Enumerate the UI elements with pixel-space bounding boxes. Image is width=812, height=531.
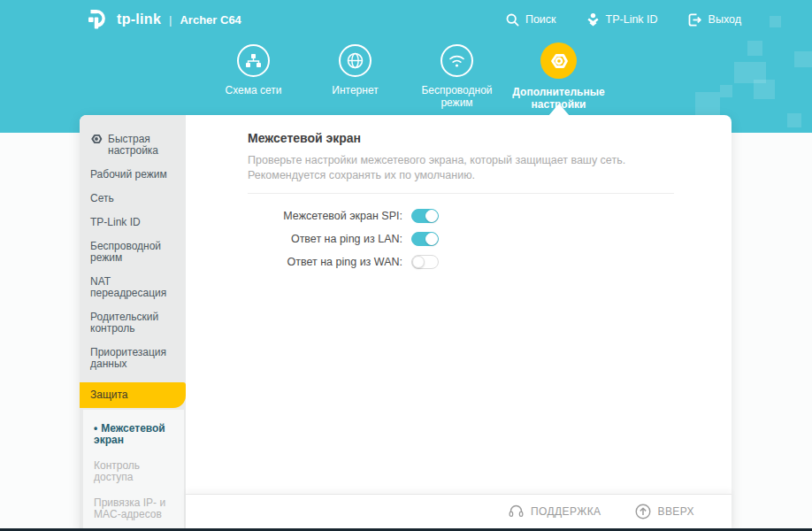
account-icon — [586, 12, 600, 27]
setting-label: Ответ на ping из WAN: — [248, 256, 402, 268]
submenu-item-label: Контроль доступа — [94, 459, 140, 483]
sidebar: Быстрая настройка Рабочий режим Сеть TP-… — [80, 115, 186, 531]
support-label: ПОДДЕРЖКА — [531, 505, 601, 518]
top-header: tp-link | Archer C64 Поиск TP-Link ID — [0, 0, 812, 39]
brand-logo[interactable]: tp-link | Archer C64 — [84, 6, 241, 33]
header-band: tp-link | Archer C64 Поиск TP-Link ID — [0, 0, 812, 133]
quick-setup-icon — [90, 133, 103, 145]
submenu-item-label: Привязка IP- и MAC-адресов — [94, 496, 165, 520]
content-area: Межсетевой экран Проверьте настройки меж… — [186, 115, 732, 494]
wifi-icon — [448, 53, 466, 68]
toggle-knob — [425, 210, 438, 222]
sidebar-item-label: Приоритезация данных — [90, 346, 166, 370]
sidebar-item-label: Рабочий режим — [90, 168, 167, 181]
submenu-item-access-control[interactable]: Контроль доступа — [94, 460, 177, 483]
search-icon — [506, 13, 519, 27]
sidebar-item-label: Родительский контроль — [90, 311, 158, 335]
search-button[interactable]: Поиск — [506, 13, 556, 27]
spi-firewall-toggle[interactable] — [411, 209, 439, 223]
sitemap-icon — [245, 53, 262, 68]
gear-icon — [549, 51, 569, 71]
logout-button[interactable]: Выход — [688, 13, 741, 27]
support-button[interactable]: ПОДДЕРЖКА — [509, 504, 601, 519]
logout-label: Выход — [709, 13, 741, 26]
arrow-up-circle-icon — [635, 504, 651, 519]
search-label: Поиск — [525, 13, 556, 26]
sidebar-item-label: Быстрая настройка — [108, 134, 177, 157]
nav-item-advanced-settings[interactable]: Дополнительные настройки — [508, 44, 609, 111]
submenu-item-ip-mac-binding[interactable]: Привязка IP- и MAC-адресов — [94, 497, 177, 520]
tplink-id-label: TP-Link ID — [606, 13, 658, 26]
back-to-top-button[interactable]: ВВЕРХ — [635, 504, 694, 519]
sidebar-item-label: Беспроводной режим — [90, 240, 161, 264]
submenu-item-label: Межсетевой экран — [94, 422, 165, 446]
setting-row-ping-wan: Ответ на ping из WAN: — [248, 255, 674, 269]
globe-icon — [347, 52, 364, 69]
section-divider — [248, 193, 674, 194]
main-nav: Схема сети Интернет Беспроводной режим — [0, 44, 812, 111]
page-title: Межсетевой экран — [248, 131, 674, 145]
sidebar-item-label: NAT переадресация — [90, 275, 166, 299]
sidebar-item-tplink-id[interactable]: TP-Link ID — [80, 217, 186, 228]
logout-icon — [688, 13, 702, 27]
headphones-icon — [509, 504, 524, 519]
sidebar-item-qos[interactable]: Приоритезация данных — [80, 347, 186, 370]
router-model: Archer C64 — [180, 13, 241, 27]
back-to-top-label: ВВЕРХ — [658, 505, 694, 518]
nav-item-wireless[interactable]: Беспроводной режим — [406, 44, 508, 111]
sidebar-item-label: Защита — [90, 389, 128, 401]
setting-label: Межсетевой экран SPI: — [248, 210, 402, 222]
nav-label: Схема сети — [226, 84, 282, 96]
submenu-item-firewall[interactable]: •Межсетевой экран — [94, 423, 177, 446]
tp-link-logo-icon — [84, 6, 111, 33]
ping-wan-toggle[interactable] — [411, 255, 439, 269]
setting-row-spi: Межсетевой экран SPI: — [248, 209, 674, 223]
nav-label: Беспроводной режим — [406, 84, 508, 109]
sidebar-item-wireless[interactable]: Беспроводной режим — [80, 241, 186, 264]
toggle-knob — [412, 256, 425, 268]
nav-item-internet[interactable]: Интернет — [304, 44, 406, 111]
main-card: Быстрая настройка Рабочий режим Сеть TP-… — [80, 115, 732, 531]
decor-square — [787, 113, 801, 127]
sidebar-item-nat-forwarding[interactable]: NAT переадресация — [80, 276, 186, 299]
toggle-knob — [425, 233, 438, 245]
sidebar-item-quick-setup[interactable]: Быстрая настройка — [80, 134, 186, 157]
nav-item-network-map[interactable]: Схема сети — [203, 44, 304, 111]
sidebar-item-operation-mode[interactable]: Рабочий режим — [80, 169, 186, 181]
sidebar-item-security[interactable]: Защита — [80, 382, 186, 408]
setting-row-ping-lan: Ответ на ping из LAN: — [248, 232, 674, 246]
page-description: Проверьте настройки межсетевого экрана, … — [248, 153, 665, 183]
ping-lan-toggle[interactable] — [411, 232, 439, 246]
brand-name: tp-link — [117, 12, 161, 27]
tplink-id-button[interactable]: TP-Link ID — [586, 12, 658, 27]
security-submenu: •Межсетевой экран Контроль доступа Привя… — [83, 410, 184, 531]
brand-separator: | — [169, 13, 172, 27]
setting-label: Ответ на ping из LAN: — [248, 233, 402, 245]
nav-label: Интернет — [332, 84, 378, 96]
sidebar-item-parental-controls[interactable]: Родительский контроль — [80, 312, 186, 335]
card-footer: ПОДДЕРЖКА ВВЕРХ — [186, 494, 732, 528]
firewall-settings: Межсетевой экран SPI: Ответ на ping из L… — [248, 209, 674, 269]
active-nav-pointer — [548, 104, 570, 116]
sidebar-item-label: TP-Link ID — [90, 216, 141, 228]
sidebar-item-network[interactable]: Сеть — [80, 193, 186, 204]
sidebar-item-label: Сеть — [90, 192, 114, 204]
